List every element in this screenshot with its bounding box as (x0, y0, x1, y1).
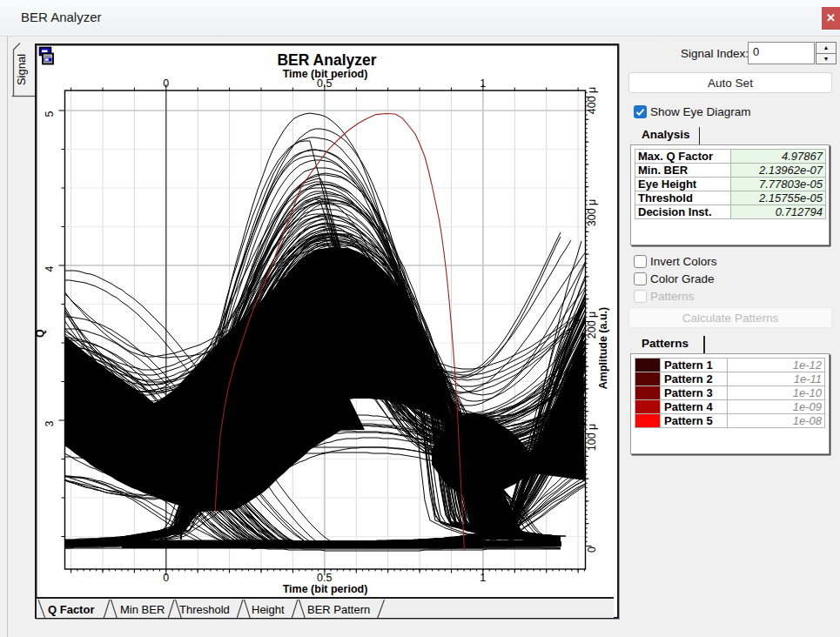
svg-text:200 μ: 200 μ (586, 312, 598, 339)
svg-text:5: 5 (44, 111, 56, 117)
svg-text:1: 1 (480, 572, 486, 584)
svg-text:100 μ: 100 μ (586, 424, 598, 452)
svg-text:1: 1 (480, 77, 486, 90)
svg-text:Amplitude (a.u.): Amplitude (a.u.) (597, 307, 609, 389)
svg-text:4: 4 (44, 265, 56, 272)
svg-text:BER Analyzer: BER Analyzer (277, 51, 376, 69)
svg-text:3: 3 (44, 420, 56, 426)
svg-text:400 μ: 400 μ (586, 87, 598, 115)
svg-text:Time (bit period): Time (bit period) (283, 583, 368, 595)
svg-text:0: 0 (163, 77, 169, 90)
svg-text:Q: Q (34, 329, 46, 338)
svg-text:0.5: 0.5 (317, 77, 332, 90)
svg-text:0: 0 (586, 546, 598, 553)
svg-text:Signal: Signal (15, 54, 28, 85)
svg-text:0.5: 0.5 (317, 572, 332, 584)
svg-text:300 μ: 300 μ (586, 199, 598, 227)
svg-text:0: 0 (163, 572, 169, 584)
